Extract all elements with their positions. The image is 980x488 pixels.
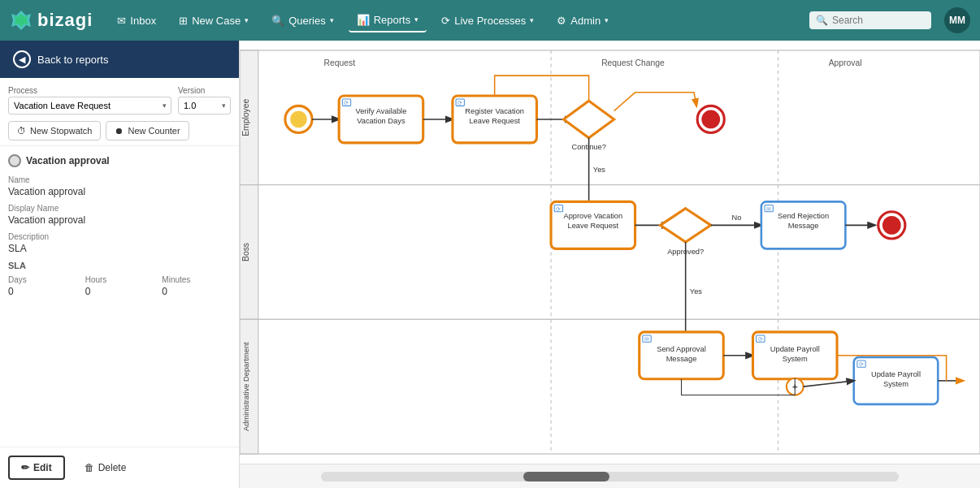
hours-field: Hours 0: [85, 275, 154, 297]
new-stopwatch-button[interactable]: ⏱ New Stopwatch: [8, 121, 101, 140]
process-label: Process: [8, 86, 171, 95]
minutes-value: 0: [162, 286, 231, 297]
nav-new-case[interactable]: ⊞ New Case ▾: [171, 10, 257, 32]
bottom-buttons: ✏ Edit 🗑 Delete: [0, 447, 239, 488]
newcase-caret-icon: ▾: [245, 16, 249, 24]
process-select[interactable]: Vacation Leave Request: [8, 97, 171, 114]
name-field: Name Vacation approval: [8, 175, 231, 197]
delete-icon: 🗑: [85, 462, 94, 473]
svg-text:No: No: [732, 214, 742, 222]
edit-icon: ✏: [21, 462, 29, 473]
scroll-thumb[interactable]: [523, 472, 610, 482]
nav-queries[interactable]: 🔍 Queries ▾: [263, 10, 342, 32]
nav-live-processes[interactable]: ⟳ Live Processes ▾: [433, 10, 542, 32]
stopwatch-icon: ⏱: [17, 126, 26, 136]
admin-icon: ⚙: [557, 15, 566, 27]
process-group: Process Vacation Leave Request ▾: [8, 86, 171, 114]
svg-text:Vacation Days: Vacation Days: [357, 117, 405, 125]
info-title: Vacation approval: [26, 155, 110, 166]
days-label: Days: [8, 275, 77, 284]
svg-text:Verify Available: Verify Available: [355, 107, 406, 115]
panel-controls: Process Vacation Leave Request ▾ Version…: [0, 78, 239, 146]
display-name-field: Display Name Vacation approval: [8, 204, 231, 226]
description-label: Description: [8, 232, 231, 241]
svg-text:✉: ✉: [766, 205, 771, 213]
svg-text:Boss: Boss: [241, 243, 250, 261]
main-layout: ◀ Back to reports Process Vacation Leave…: [0, 41, 980, 488]
top-navigation: bizagi ✉ Inbox ⊞ New Case ▾ 🔍 Queries ▾ …: [0, 0, 980, 41]
delete-button[interactable]: 🗑 Delete: [73, 456, 138, 480]
svg-text:Administrative Department: Administrative Department: [242, 342, 250, 431]
svg-text:Send Approval: Send Approval: [657, 345, 705, 353]
version-label: Version: [178, 86, 231, 95]
reports-caret-icon: ▾: [414, 15, 418, 24]
hours-label: Hours: [85, 275, 154, 284]
inbox-icon: ✉: [117, 15, 126, 27]
svg-text:Request Change: Request Change: [601, 58, 665, 67]
bpmn-svg: Employee Boss Administrative Department …: [240, 41, 980, 464]
days-field: Days 0: [8, 275, 77, 297]
logo[interactable]: bizagi: [10, 9, 93, 32]
canvas-area: Employee Boss Administrative Department …: [240, 41, 980, 488]
left-panel: ◀ Back to reports Process Vacation Leave…: [0, 41, 240, 488]
sla-row: Days 0 Hours 0 Minutes 0: [8, 275, 231, 297]
svg-text:⟳: ⟳: [344, 99, 349, 106]
svg-text:Yes: Yes: [690, 287, 703, 296]
svg-text:Message: Message: [788, 222, 819, 231]
svg-text:Message: Message: [666, 355, 697, 363]
svg-point-54: [882, 216, 901, 235]
svg-point-18: [290, 111, 307, 128]
minutes-label: Minutes: [162, 275, 231, 284]
queries-icon: 🔍: [271, 15, 284, 27]
svg-text:Update Payroll: Update Payroll: [770, 345, 820, 353]
svg-text:System: System: [783, 355, 808, 363]
svg-text:⟳: ⟳: [457, 99, 462, 106]
name-value: Vacation approval: [8, 186, 231, 197]
svg-text:Request: Request: [324, 58, 356, 67]
info-header: Vacation approval: [8, 154, 231, 167]
bpmn-diagram[interactable]: Employee Boss Administrative Department …: [240, 41, 980, 464]
admin-caret-icon: ▾: [605, 16, 609, 24]
svg-text:Approval: Approval: [829, 58, 862, 67]
description-field: Description SLA: [8, 232, 231, 254]
svg-text:⟳: ⟳: [556, 205, 561, 213]
scroll-bar-area: [240, 464, 980, 488]
new-counter-button[interactable]: ⏺ New Counter: [106, 121, 189, 140]
process-select-wrapper: Vacation Leave Request ▾: [8, 97, 171, 114]
back-label: Back to reports: [37, 54, 108, 66]
svg-text:Employee: Employee: [241, 99, 250, 136]
nav-inbox[interactable]: ✉ Inbox: [109, 10, 164, 32]
liveprocesses-icon: ⟳: [441, 15, 450, 27]
svg-point-35: [701, 110, 720, 129]
back-to-reports-button[interactable]: ◀ Back to reports: [0, 41, 239, 78]
edit-button[interactable]: ✏ Edit: [8, 456, 65, 480]
nav-reports[interactable]: 📊 Reports ▾: [349, 9, 427, 32]
svg-text:⟳: ⟳: [859, 361, 864, 368]
version-group: Version 1.0 ▾: [178, 86, 231, 114]
liveprocesses-caret-icon: ▾: [530, 16, 534, 24]
scroll-track[interactable]: [321, 472, 899, 482]
search-icon: 🔍: [816, 15, 828, 26]
svg-text:Yes: Yes: [593, 166, 606, 174]
minutes-field: Minutes 0: [162, 275, 231, 297]
version-select-wrapper: 1.0 ▾: [178, 97, 231, 114]
svg-text:System: System: [883, 380, 908, 388]
display-name-value: Vacation approval: [8, 214, 231, 226]
nav-admin[interactable]: ⚙ Admin ▾: [549, 10, 617, 32]
version-select[interactable]: 1.0: [178, 97, 231, 114]
sla-header: SLA: [8, 261, 231, 270]
search-box[interactable]: 🔍: [809, 11, 931, 29]
svg-text:Send Rejection: Send Rejection: [778, 212, 829, 220]
svg-text:Approve Vacation: Approve Vacation: [563, 212, 622, 220]
description-value: SLA: [8, 243, 231, 254]
counter-icon: ⏺: [115, 126, 124, 136]
action-buttons-row: ⏱ New Stopwatch ⏺ New Counter: [8, 121, 231, 140]
reports-icon: 📊: [357, 14, 370, 26]
svg-text:Update Payroll: Update Payroll: [871, 370, 921, 378]
newcase-icon: ⊞: [179, 15, 188, 27]
svg-text:Leave Request: Leave Request: [469, 117, 520, 125]
avatar[interactable]: MM: [944, 7, 970, 33]
svg-text:✉: ✉: [644, 335, 649, 343]
svg-text:Register Vacation: Register Vacation: [465, 107, 524, 115]
search-input[interactable]: [832, 15, 925, 26]
